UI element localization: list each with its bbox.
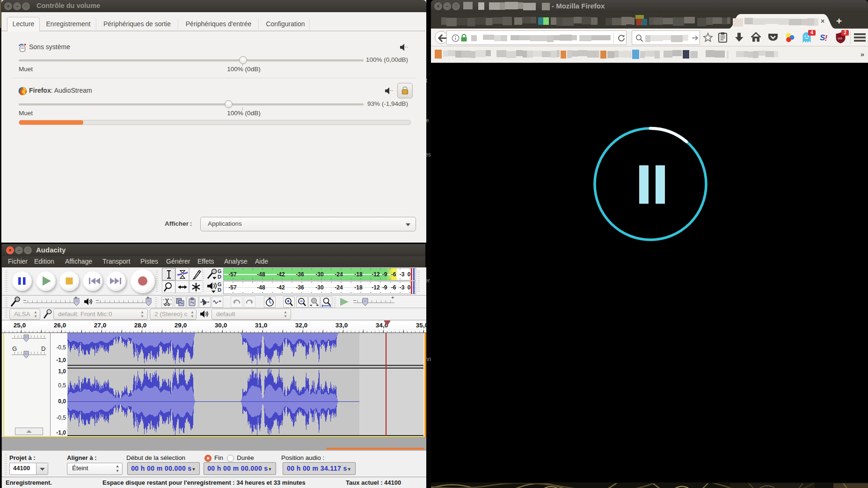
svg-text:uo: uo (838, 36, 842, 40)
svg-text:!: ! (825, 34, 828, 43)
